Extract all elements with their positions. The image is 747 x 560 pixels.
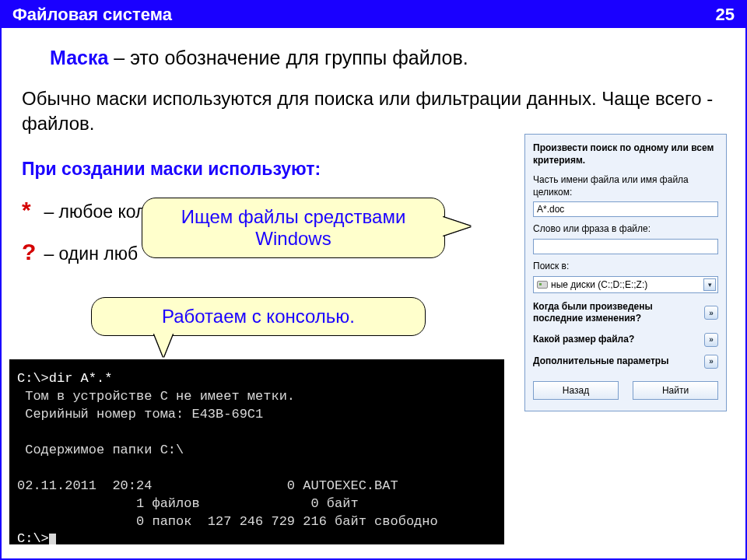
- bullet-question-text: – один люб: [39, 243, 138, 264]
- asterisk-symbol: *: [22, 189, 39, 231]
- expander-date-label: Когда были произведены последние изменен…: [533, 301, 700, 325]
- hard-drive-icon: [537, 281, 548, 289]
- slide: Файловая система 25 Маска – это обозначе…: [0, 0, 747, 560]
- console-window: C:\>dir A*.* Том в устройстве C не имеет…: [9, 359, 504, 544]
- chevron-down-icon[interactable]: ▾: [703, 278, 716, 291]
- console-line-1: C:\>dir A*.*: [17, 371, 112, 386]
- callout-console-text: Работаем с консолью.: [162, 306, 355, 327]
- callout-windows-text: Ищем файлы средствами Windows: [181, 206, 406, 249]
- question-symbol: ?: [22, 231, 39, 273]
- callout-console: Работаем с консолью.: [91, 297, 426, 336]
- console-line-9: 0 папок 127 246 729 216 байт свободно: [17, 514, 438, 529]
- find-button[interactable]: Найти: [633, 381, 718, 400]
- filename-label: Часть имени файла или имя файла целиком:: [533, 174, 718, 198]
- expander-date[interactable]: Когда были произведены последние изменен…: [533, 301, 718, 325]
- callout-tail-icon: [154, 334, 173, 357]
- double-chevron-down-icon: »: [704, 355, 718, 369]
- lead-rest: – это обозначение для группы файлов.: [108, 47, 468, 68]
- expander-advanced-label: Дополнительные параметры: [533, 355, 668, 368]
- expander-advanced[interactable]: Дополнительные параметры »: [533, 355, 718, 369]
- back-button[interactable]: Назад: [533, 381, 619, 400]
- location-value: ные диски (C:;D:;E:;Z:): [551, 279, 647, 290]
- console-line-3: Серийный номер тома: E43B-69C1: [17, 407, 263, 422]
- callout-windows-search: Ищем файлы средствами Windows: [142, 198, 445, 258]
- phrase-label: Слово или фраза в файле:: [533, 223, 718, 236]
- search-header: Произвести поиск по одному или всем крит…: [533, 142, 718, 166]
- expander-size-label: Какой размер файла?: [533, 334, 634, 346]
- callout-tail-icon: [443, 217, 471, 236]
- windows-search-panel: Произвести поиск по одному или всем крит…: [524, 134, 727, 411]
- term-mask: Маска: [50, 47, 108, 68]
- expander-size[interactable]: Какой размер файла? »: [533, 333, 718, 347]
- console-line-5: Содержимое папки C:\: [17, 443, 184, 457]
- location-select[interactable]: ные диски (C:;D:;E:;Z:) ▾: [533, 276, 718, 293]
- double-chevron-down-icon: »: [704, 333, 718, 347]
- console-line-8: 1 файлов 0 байт: [17, 496, 359, 511]
- drive-option: ные диски (C:;D:;E:;Z:): [537, 279, 647, 290]
- cursor-icon: [49, 534, 56, 544]
- location-label: Поиск в:: [533, 261, 718, 273]
- filename-input[interactable]: [533, 201, 718, 217]
- console-line-7: 02.11.2011 20:24 0 AUTOEXEC.BAT: [17, 478, 398, 493]
- slide-title: Файловая система: [12, 5, 172, 25]
- phrase-input[interactable]: [533, 239, 718, 254]
- slide-number: 25: [716, 5, 735, 25]
- title-bar: Файловая система 25: [2, 2, 745, 28]
- console-line-2: Том в устройстве C не имеет метки.: [17, 389, 295, 404]
- paragraph-usage: Обычно маски используются для поиска или…: [22, 86, 725, 137]
- lead-sentence: Маска – это обозначение для группы файло…: [50, 47, 725, 69]
- double-chevron-down-icon: »: [704, 306, 718, 320]
- console-prompt: C:\>: [17, 531, 49, 544]
- button-row: Назад Найти: [533, 381, 718, 400]
